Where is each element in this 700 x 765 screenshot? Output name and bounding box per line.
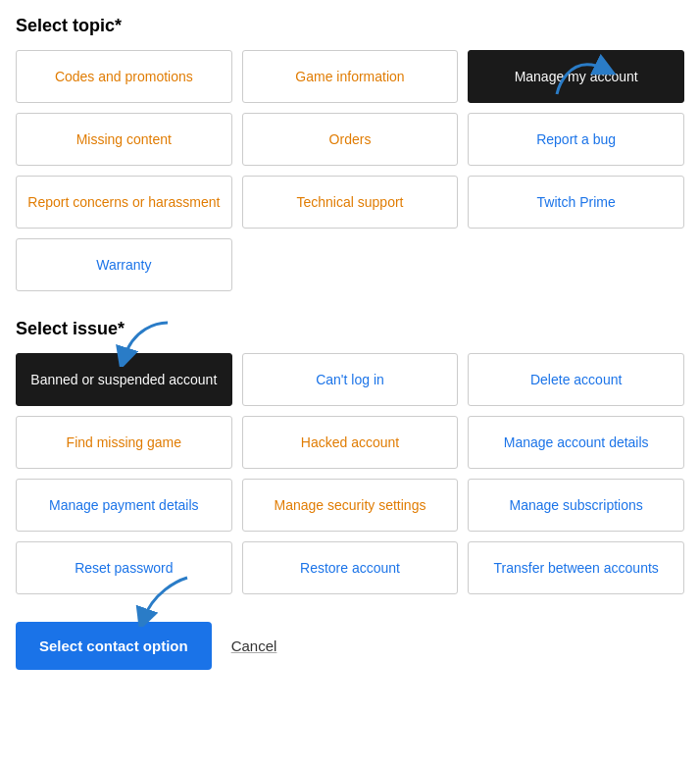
topic-btn-game-information[interactable]: Game information bbox=[242, 50, 459, 103]
select-topic-title: Select topic* bbox=[16, 16, 684, 36]
bottom-bar: Select contact option Cancel bbox=[16, 622, 684, 670]
topic-btn-codes-promotions[interactable]: Codes and promotions bbox=[16, 50, 232, 103]
topic-btn-technical-support[interactable]: Technical support bbox=[242, 176, 459, 229]
topic-btn-report-bug[interactable]: Report a bug bbox=[468, 113, 684, 166]
issue-btn-find-missing-game[interactable]: Find missing game bbox=[16, 416, 232, 469]
issue-btn-manage-payment[interactable]: Manage payment details bbox=[16, 479, 232, 532]
topic-btn-orders[interactable]: Orders bbox=[242, 113, 459, 166]
arrow-to-manage-account-icon bbox=[547, 40, 625, 99]
topic-btn-twitch-prime[interactable]: Twitch Prime bbox=[468, 176, 684, 229]
issue-btn-transfer-accounts[interactable]: Transfer between accounts bbox=[468, 541, 684, 594]
issue-btn-manage-subscriptions[interactable]: Manage subscriptions bbox=[468, 479, 684, 532]
topic-btn-report-concerns[interactable]: Report concerns or harassment bbox=[16, 176, 232, 229]
issue-btn-cant-log[interactable]: Can't log in bbox=[242, 353, 459, 406]
select-topic-section: Select topic* Codes and promotions Game … bbox=[16, 16, 684, 291]
arrow-to-banned-icon bbox=[104, 318, 182, 367]
topic-btn-warranty[interactable]: Warranty bbox=[16, 238, 232, 291]
select-contact-option-button[interactable]: Select contact option bbox=[16, 622, 212, 670]
issue-btn-hacked-account[interactable]: Hacked account bbox=[242, 416, 459, 469]
issue-grid: Banned or suspended account Can't log in… bbox=[16, 353, 684, 594]
topic-btn-missing-content[interactable]: Missing content bbox=[16, 113, 232, 166]
cancel-button[interactable]: Cancel bbox=[231, 634, 277, 658]
issue-btn-restore-account[interactable]: Restore account bbox=[242, 541, 459, 594]
issue-btn-manage-account-details[interactable]: Manage account details bbox=[468, 416, 684, 469]
select-issue-section: Select issue* Banned or suspended accoun… bbox=[16, 319, 684, 594]
issue-btn-manage-security[interactable]: Manage security settings bbox=[242, 479, 459, 532]
issue-btn-delete-account[interactable]: Delete account bbox=[468, 353, 684, 406]
arrow-to-contact-btn-icon bbox=[124, 573, 202, 627]
